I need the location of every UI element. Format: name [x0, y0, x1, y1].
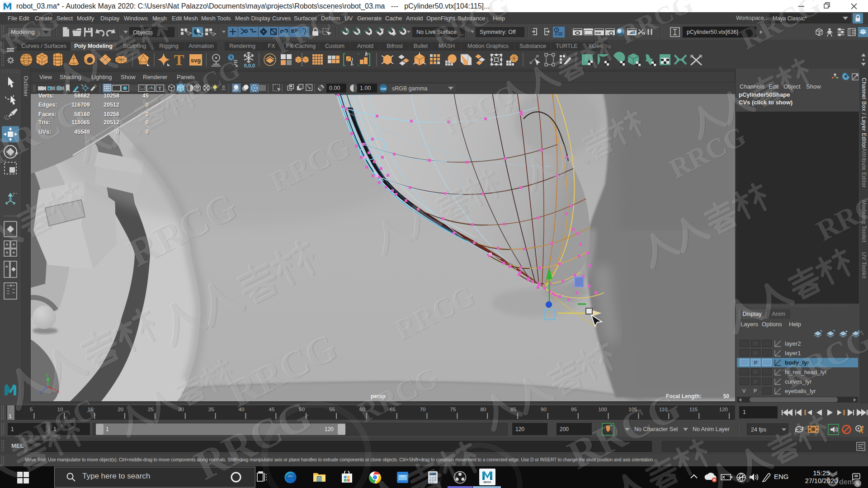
svg-text:35: 35	[208, 407, 214, 412]
svg-text:0,0,0: 0,0,0	[244, 63, 255, 68]
svg-text:100: 100	[598, 407, 607, 412]
svg-text:30: 30	[178, 407, 184, 412]
svg-text:50: 50	[299, 407, 305, 412]
svg-text:1: 1	[9, 413, 11, 419]
svg-text:60: 60	[359, 407, 365, 412]
svg-text:25: 25	[148, 407, 154, 412]
svg-text:svg: svg	[191, 57, 201, 64]
svg-text:115: 115	[689, 407, 698, 412]
svg-text:10: 10	[57, 407, 63, 412]
svg-text:persp: persp	[371, 393, 386, 399]
svg-text:5: 5	[30, 407, 33, 412]
svg-text:Focal Length:: Focal Length:	[666, 393, 702, 399]
svg-text:65: 65	[390, 407, 396, 412]
svg-text:x: x	[57, 389, 60, 394]
svg-text:15: 15	[87, 407, 93, 412]
svg-text:45: 45	[269, 407, 275, 412]
svg-text:40: 40	[239, 407, 245, 412]
svg-text:IPR: IPR	[595, 31, 601, 35]
svg-text:z: z	[40, 389, 42, 395]
svg-text:T: T	[174, 52, 184, 68]
svg-text:85: 85	[510, 407, 516, 412]
svg-text:75: 75	[450, 407, 456, 412]
svg-text:105: 105	[628, 407, 637, 412]
svg-text:90: 90	[541, 407, 547, 412]
svg-text:ON: ON	[381, 87, 386, 91]
svg-text:70: 70	[420, 407, 426, 412]
svg-text:110: 110	[659, 407, 667, 412]
svg-text:80: 80	[480, 407, 486, 412]
svg-text:20: 20	[118, 407, 123, 412]
svg-text:50: 50	[723, 393, 730, 399]
svg-text:95: 95	[571, 407, 577, 412]
svg-text:55: 55	[329, 407, 335, 412]
svg-text:y: y	[46, 372, 48, 377]
svg-text:120: 120	[719, 407, 728, 412]
svg-text:+: +	[845, 330, 848, 333]
